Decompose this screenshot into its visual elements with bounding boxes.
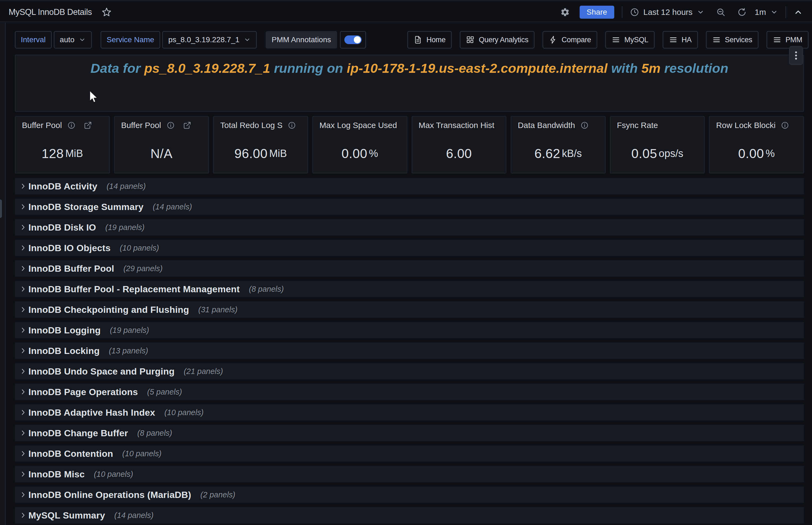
variable-value: auto <box>60 35 75 44</box>
stat-panel-header: Max Transaction Hist <box>412 117 506 130</box>
row-innodb-storage-summary[interactable]: InnoDB Storage Summary (14 panels) <box>15 199 804 215</box>
chevron-right-icon <box>19 326 27 334</box>
zoom-out-time-button[interactable] <box>716 7 725 17</box>
row-panel-count: (10 panels) <box>120 243 159 253</box>
stat-value: 0.05 <box>631 146 657 161</box>
nav-button-compare[interactable]: Compare <box>542 31 597 48</box>
banner-segment: ps_8.0_3.19.228.7_1 <box>144 61 270 75</box>
row-innodb-logging[interactable]: InnoDB Logging (19 panels) <box>15 322 804 338</box>
row-title: InnoDB Disk IO <box>28 222 96 233</box>
nav-button-label: Services <box>725 36 752 44</box>
row-panel-count: (31 panels) <box>198 305 238 314</box>
row-panel-count: (14 panels) <box>107 182 146 191</box>
sidebar-handle[interactable] <box>0 199 2 218</box>
variable-dropdown[interactable]: ps_8.0_3.19.228.7_1 <box>162 31 257 48</box>
clock-icon <box>630 7 639 17</box>
stat-value: 0.00 <box>738 146 764 161</box>
nav-button-mysql[interactable]: MySQL <box>606 31 655 48</box>
stat-panel-header-icons <box>167 121 191 130</box>
chevron-right-icon <box>19 450 27 457</box>
row-innodb-undo-space-and-purging[interactable]: InnoDB Undo Space and Purging (21 panels… <box>15 363 804 379</box>
row-mysql-summary[interactable]: MySQL Summary (14 panels) <box>15 507 804 523</box>
row-innodb-misc[interactable]: InnoDB Misc (10 panels) <box>15 466 804 482</box>
row-innodb-page-operations[interactable]: InnoDB Page Operations (5 panels) <box>15 384 804 400</box>
nav-button-label: Compare <box>562 36 591 44</box>
dashboard-settings-button[interactable] <box>560 7 570 17</box>
stat-unit: MiB <box>269 148 287 160</box>
chevron-down-icon <box>697 9 704 16</box>
row-innodb-buffer-pool-replacement-management[interactable]: InnoDB Buffer Pool - Replacement Managem… <box>15 281 804 297</box>
nav-button-query-analytics[interactable]: Query Analytics <box>460 31 535 48</box>
refresh-interval-picker[interactable]: 1m <box>755 7 778 17</box>
stat-value-area: 96.00 MiB <box>214 130 308 173</box>
stat-value: 6.62 <box>535 146 560 161</box>
row-innodb-locking[interactable]: InnoDB Locking (13 panels) <box>15 343 804 359</box>
stat-value-area: 0.00 % <box>313 130 407 173</box>
nav-button-services[interactable]: Services <box>706 31 759 48</box>
favorite-star-button[interactable] <box>100 6 113 19</box>
banner-segment: ip-10-178-1-19.us-east-2.compute.interna… <box>347 61 608 75</box>
stat-value-area: 128 MiB <box>15 130 109 173</box>
chevron-right-icon <box>19 285 27 293</box>
row-innodb-contention[interactable]: InnoDB Contention (10 panels) <box>15 446 804 462</box>
row-panel-count: (14 panels) <box>153 202 192 211</box>
chevron-right-icon <box>19 203 27 211</box>
chevron-right-icon <box>19 429 27 437</box>
stat-panel-header-icons <box>67 121 92 130</box>
stat-panel-title: Fsync Rate <box>617 121 658 130</box>
annotations-toggle[interactable] <box>340 31 366 48</box>
row-innodb-buffer-pool[interactable]: InnoDB Buffer Pool (29 panels) <box>15 260 804 276</box>
row-innodb-change-buffer[interactable]: InnoDB Change Buffer (8 panels) <box>15 425 804 441</box>
chevron-down-icon <box>770 9 778 16</box>
row-title: InnoDB Checkpointing and Flushing <box>28 304 189 315</box>
panel-menu-button[interactable] <box>789 46 803 65</box>
refresh-button[interactable] <box>737 7 747 17</box>
row-innodb-activity[interactable]: InnoDB Activity (14 panels) <box>15 178 804 194</box>
nav-button-label: Home <box>426 36 445 44</box>
stat-unit: MiB <box>65 148 83 160</box>
nav-button-pmm[interactable]: PMM <box>767 31 809 48</box>
stat-panel-header: Buffer Pool <box>115 117 209 130</box>
row-innodb-adaptive-hash-index[interactable]: InnoDB Adaptive Hash Index (10 panels) <box>15 404 804 421</box>
nav-button-label: PMM <box>785 36 802 44</box>
chevron-down-icon <box>244 36 251 43</box>
row-title: InnoDB Locking <box>28 346 99 356</box>
chevron-right-icon <box>19 368 27 375</box>
row-panel-count: (21 panels) <box>184 367 223 376</box>
row-title: InnoDB Buffer Pool - Replacement Managem… <box>28 284 240 295</box>
stat-panels-row: Buffer Pool 128 MiB Buffer Pool N/A Tota… <box>15 116 804 174</box>
share-button[interactable]: Share <box>580 6 614 19</box>
stat-panel-header-icons <box>781 121 789 129</box>
collapse-header-button[interactable] <box>794 7 803 17</box>
row-innodb-io-objects[interactable]: InnoDB IO Objects (10 panels) <box>15 240 804 256</box>
star-icon <box>102 7 111 17</box>
row-innodb-online-operations-mariadb-[interactable]: InnoDB Online Operations (MariaDB) (2 pa… <box>15 486 804 503</box>
banner-segment: resolution <box>660 61 728 75</box>
refresh-interval-label: 1m <box>755 7 766 17</box>
dashboard-rows: InnoDB Activity (14 panels) InnoDB Stora… <box>15 178 804 525</box>
bars-icon <box>669 35 677 44</box>
nav-button-home[interactable]: Home <box>407 31 452 48</box>
chevron-right-icon <box>19 388 27 396</box>
variable-control: Service Name ps_8.0_3.19.228.7_1 <box>101 31 257 48</box>
stat-panel-header: Fsync Rate <box>611 117 704 130</box>
nav-button-ha[interactable]: HA <box>663 31 698 48</box>
stat-unit: % <box>369 148 378 160</box>
search-minus-icon <box>716 7 725 17</box>
variable-label: Service Name <box>101 31 160 48</box>
nav-button-label: HA <box>681 36 692 44</box>
time-range-picker[interactable]: Last 12 hours <box>630 7 705 17</box>
row-innodb-checkpointing-and-flushing[interactable]: InnoDB Checkpointing and Flushing (31 pa… <box>15 301 804 318</box>
dashboard-header: MySQL InnoDB Details Share Last 12 hours… <box>0 1 812 22</box>
external-link-icon[interactable] <box>183 121 191 130</box>
stat-panel-header-icons <box>581 121 588 129</box>
variable-dropdown[interactable]: auto <box>54 31 92 48</box>
chevron-right-icon <box>19 182 27 190</box>
external-link-icon[interactable] <box>83 121 92 130</box>
row-title: InnoDB Change Buffer <box>28 428 128 438</box>
stat-value-area: 0.00 % <box>709 130 803 173</box>
row-innodb-disk-io[interactable]: InnoDB Disk IO (19 panels) <box>15 219 804 236</box>
grid-icon <box>466 35 475 44</box>
variable-label: Interval <box>15 31 52 48</box>
row-title: MySQL Summary <box>28 510 105 521</box>
